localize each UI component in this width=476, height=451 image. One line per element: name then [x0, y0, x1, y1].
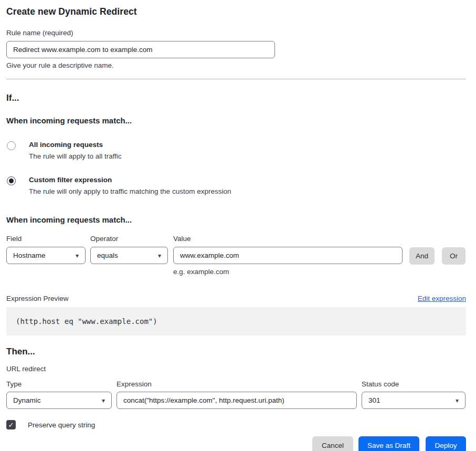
rule-name-group: Rule name (required) Give your rule a de… [6, 29, 466, 69]
expression-preview-header: Expression Preview Edit expression [6, 295, 466, 302]
value-help: e.g. example.com [173, 268, 403, 276]
page-title: Create new Dynamic Redirect [6, 6, 466, 17]
preserve-query-label: Preserve query string [28, 421, 95, 429]
create-dynamic-redirect-form: Create new Dynamic Redirect Rule name (r… [0, 0, 476, 451]
expression-label: Expression [117, 380, 357, 388]
type-select-value: Dynamic [13, 396, 41, 404]
status-code-select-value: 301 [368, 396, 380, 404]
if-heading: If... [6, 93, 466, 103]
or-button[interactable]: Or [442, 247, 466, 265]
operator-label: Operator [90, 235, 168, 243]
deploy-button[interactable]: Deploy [426, 436, 466, 451]
edit-expression-link[interactable]: Edit expression [418, 295, 466, 302]
filter-builder-row: Field Hostname ▾ Operator equals ▾ Value… [6, 235, 466, 276]
cancel-button[interactable]: Cancel [312, 436, 353, 451]
expression-input[interactable] [117, 392, 357, 409]
rule-name-help: Give your rule a descriptive name. [6, 61, 466, 69]
chevron-down-icon: ▾ [76, 253, 79, 259]
radio-unselected-icon[interactable] [7, 141, 16, 150]
radio-label-all-requests: All incoming requests [29, 141, 122, 149]
footer-actions: Cancel Save as Draft Deploy [6, 436, 466, 451]
operator-select[interactable]: equals ▾ [90, 247, 168, 264]
type-select[interactable]: Dynamic ▾ [6, 392, 112, 409]
and-button[interactable]: And [409, 247, 435, 265]
radio-option-all-requests[interactable]: All incoming requests The rule will appl… [6, 141, 466, 160]
save-as-draft-button[interactable]: Save as Draft [358, 436, 419, 451]
field-label: Field [6, 235, 86, 243]
filter-heading: When incoming requests match... [6, 215, 466, 224]
preserve-query-row: ✓ Preserve query string [6, 420, 466, 429]
expression-preview-code: (http.host eq "www.example.com") [6, 307, 466, 335]
radio-label-custom-filter: Custom filter expression [29, 176, 231, 184]
radio-option-custom-filter[interactable]: Custom filter expression The rule will o… [6, 176, 466, 195]
if-subheading: When incoming requests match... [6, 116, 466, 125]
status-code-label: Status code [362, 380, 466, 388]
operator-select-value: equals [97, 251, 118, 259]
value-label: Value [173, 235, 403, 243]
rule-name-label: Rule name (required) [6, 29, 466, 37]
chevron-down-icon: ▾ [158, 253, 161, 259]
radio-desc-all-requests: The rule will apply to all traffic [29, 152, 122, 160]
then-heading: Then... [6, 347, 466, 357]
field-select[interactable]: Hostname ▾ [6, 247, 86, 264]
status-code-select[interactable]: 301 ▾ [362, 392, 466, 409]
redirect-config-row: Type Dynamic ▾ Expression Status code 30… [6, 380, 466, 409]
preserve-query-checkbox[interactable]: ✓ [6, 420, 16, 429]
expression-preview-label: Expression Preview [6, 295, 69, 302]
checkmark-icon: ✓ [8, 422, 14, 428]
radio-selected-icon[interactable] [7, 176, 16, 185]
type-label: Type [6, 380, 112, 388]
chevron-down-icon: ▾ [456, 397, 459, 404]
value-input[interactable] [173, 247, 403, 264]
url-redirect-label: URL redirect [6, 365, 466, 373]
radio-desc-custom-filter: The rule will only apply to traffic matc… [29, 187, 231, 195]
field-select-value: Hostname [13, 251, 46, 259]
chevron-down-icon: ▾ [102, 397, 105, 404]
rule-name-input[interactable] [6, 41, 275, 58]
section-divider [6, 79, 466, 79]
